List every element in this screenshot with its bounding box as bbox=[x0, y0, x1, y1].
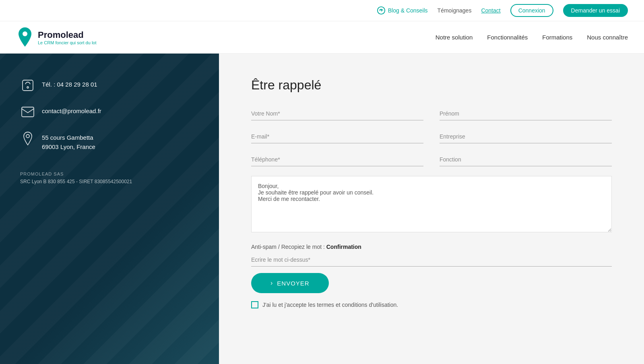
logo-text: Promolead Le CRM foncier qui sort du lot bbox=[38, 30, 97, 45]
nav-fonctionnalites[interactable]: Fonctionnalités bbox=[487, 34, 528, 41]
blog-link[interactable]: Blog & Conseils bbox=[377, 6, 428, 15]
address-text: 55 cours Gambetta 69003 Lyon, France bbox=[42, 131, 95, 151]
location-icon bbox=[20, 131, 35, 146]
phone-contact: Tél. : 04 28 29 28 01 bbox=[20, 78, 199, 93]
telephone-input[interactable] bbox=[251, 153, 423, 166]
send-arrow: › bbox=[270, 279, 273, 287]
nav-formations[interactable]: Formations bbox=[542, 34, 572, 41]
right-panel: Être rappelé An bbox=[219, 54, 644, 364]
top-bar: Blog & Conseils Témoignages Contact Conn… bbox=[0, 0, 644, 21]
logo-name: Promolead bbox=[38, 30, 97, 40]
svg-point-3 bbox=[27, 87, 29, 88]
connexion-button[interactable]: Connexion bbox=[510, 4, 553, 17]
temoignages-link[interactable]: Témoignages bbox=[438, 7, 472, 14]
svg-rect-4 bbox=[22, 107, 34, 117]
company-info: PROMOLEAD SAS SRC Lyon B 830 855 425 - S… bbox=[20, 172, 199, 184]
essai-button[interactable]: Demander un essai bbox=[563, 4, 628, 17]
svg-point-5 bbox=[26, 134, 29, 138]
email-text: contact@promolead.fr bbox=[42, 104, 101, 116]
fonction-field bbox=[440, 153, 612, 166]
form-title: Être rappelé bbox=[251, 78, 612, 93]
send-label: ENVOYER bbox=[277, 280, 309, 287]
antispam-input[interactable] bbox=[251, 253, 612, 267]
nav-notre-solution[interactable]: Notre solution bbox=[436, 34, 473, 41]
terms-row: J'ai lu et j'accepte les termes et condi… bbox=[251, 301, 612, 308]
main-content: Tél. : 04 28 29 28 01 contact@promolead.… bbox=[0, 54, 644, 364]
email-icon bbox=[20, 104, 35, 120]
nav-nous-connaitre[interactable]: Nous connaître bbox=[587, 34, 628, 41]
terms-label: J'ai lu et j'accepte les termes et condi… bbox=[262, 302, 398, 308]
telephone-field bbox=[251, 153, 423, 166]
antispam-label: Anti-spam / Recopiez le mot : Confirmati… bbox=[251, 244, 612, 250]
phone-icon bbox=[20, 78, 35, 93]
company-details: SRC Lyon B 830 855 425 - SIRET 830855425… bbox=[20, 179, 199, 184]
logo-tagline: Le CRM foncier qui sort du lot bbox=[38, 40, 97, 45]
email-contact: contact@promolead.fr bbox=[20, 104, 199, 120]
entreprise-field bbox=[440, 130, 612, 143]
nav-links: Notre solution Fonctionnalités Formation… bbox=[436, 34, 628, 41]
nom-field bbox=[251, 107, 423, 120]
message-textarea[interactable] bbox=[251, 176, 612, 232]
nom-input[interactable] bbox=[251, 107, 423, 120]
send-button[interactable]: › ENVOYER bbox=[251, 273, 329, 293]
entreprise-input[interactable] bbox=[440, 130, 612, 143]
logo-icon bbox=[16, 27, 34, 48]
contact-link[interactable]: Contact bbox=[481, 7, 500, 14]
prenom-input[interactable] bbox=[440, 107, 612, 120]
terms-checkbox[interactable] bbox=[251, 301, 258, 308]
antispam-row: Anti-spam / Recopiez le mot : Confirmati… bbox=[251, 244, 612, 267]
svg-point-1 bbox=[23, 31, 27, 36]
email-field bbox=[251, 130, 423, 143]
svg-rect-2 bbox=[23, 80, 33, 91]
blog-icon bbox=[377, 6, 386, 15]
prenom-field bbox=[440, 107, 612, 120]
company-name: PROMOLEAD SAS bbox=[20, 172, 199, 176]
antispam-word: Confirmation bbox=[326, 244, 361, 250]
message-field bbox=[251, 176, 612, 234]
email-input[interactable] bbox=[251, 130, 423, 143]
left-panel: Tél. : 04 28 29 28 01 contact@promolead.… bbox=[0, 54, 219, 364]
address-contact: 55 cours Gambetta 69003 Lyon, France bbox=[20, 131, 199, 151]
phone-text: Tél. : 04 28 29 28 01 bbox=[42, 78, 97, 89]
logo-area: Promolead Le CRM foncier qui sort du lot bbox=[16, 27, 97, 48]
main-nav: Promolead Le CRM foncier qui sort du lot… bbox=[0, 21, 644, 54]
fonction-input[interactable] bbox=[440, 153, 612, 166]
form-grid bbox=[251, 107, 612, 176]
